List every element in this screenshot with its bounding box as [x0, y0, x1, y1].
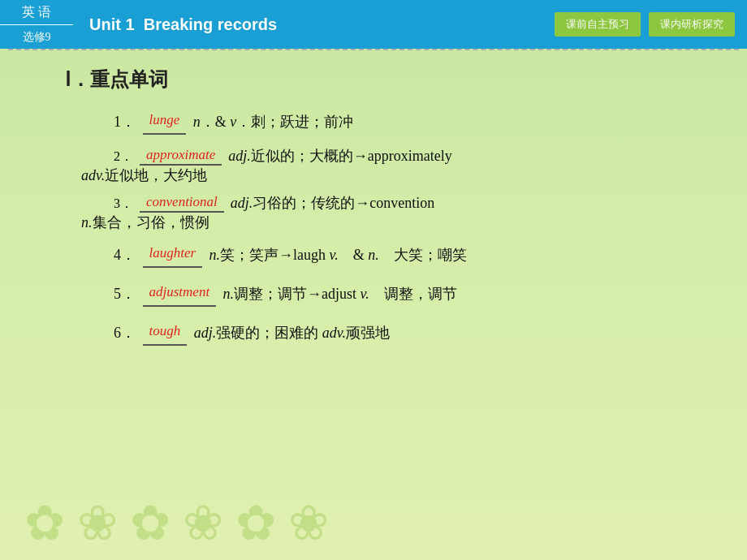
answer-5: adjustment — [143, 281, 217, 307]
blank-3: conventional — [140, 194, 224, 213]
unit-title: Unit 1 Breaking records — [89, 15, 277, 34]
item-number-2: 2． — [114, 149, 133, 163]
word-item-4: 4． laughter n.笑；笑声→laugh v. & n. 大笑；嘲笑 — [65, 240, 698, 268]
answer-1: lunge — [143, 109, 187, 135]
section-title: Ⅰ．重点单词 — [65, 67, 698, 93]
item-number-1: 1． — [114, 114, 136, 130]
unit-number: Unit 1 — [89, 15, 135, 33]
word-item-2-line1: 2． approximate adj.近似的；大概的→approximately — [65, 146, 698, 166]
answer-2: approximate — [140, 147, 222, 166]
item-number-3: 3． — [114, 196, 133, 210]
word-item-3: 3． conventional adj.习俗的；传统的→convention n… — [65, 193, 698, 232]
word-item-1: 1． lunge n．& v．刺；跃进；前冲 — [65, 107, 698, 135]
title-area: Unit 1 Breaking records — [73, 0, 542, 49]
word-item-2: 2． approximate adj.近似的；大概的→approximately… — [65, 146, 698, 185]
item-number-5: 5． — [114, 286, 136, 302]
subject-level-box: 英 语 选修9 — [0, 0, 73, 49]
blank-2: approximate — [140, 147, 222, 166]
definition-5: n.调整；调节→adjust v. 调整，调节 — [223, 286, 457, 302]
word-item-3-line1: 3． conventional adj.习俗的；传统的→convention — [65, 193, 698, 213]
blank-5: adjustment — [143, 279, 217, 307]
word-item-3-line2: n.集合，习俗，惯例 — [65, 213, 698, 232]
blank-6: tough — [143, 318, 188, 346]
answer-6: tough — [143, 320, 188, 346]
word-item-6: 6． tough adj.强硬的；困难的 adv.顽强地 — [65, 318, 698, 346]
btn-study[interactable]: 课内研析探究 — [649, 12, 735, 37]
answer-3: conventional — [140, 194, 224, 213]
btn-preview[interactable]: 课前自主预习 — [555, 12, 641, 37]
subject-label: 英 语 — [0, 0, 73, 24]
word-item-5: 5． adjustment n.调整；调节→adjust v. 调整，调节 — [65, 279, 698, 307]
level-label: 选修9 — [0, 24, 73, 49]
main-content: Ⅰ．重点单词 1． lunge n．& v．刺；跃进；前冲 2． approxi… — [0, 50, 747, 373]
header-buttons: 课前自主预习 课内研析探究 — [542, 0, 747, 49]
blank-1: lunge — [143, 107, 187, 135]
item-number-6: 6． — [114, 325, 136, 341]
unit-name: Breaking records — [144, 15, 278, 33]
definition-3a: adj.习俗的；传统的→convention — [231, 195, 435, 211]
decorative-flowers: ✿ ❀ ✿ ❀ ✿ ❀ — [24, 494, 329, 552]
definition-2a: adj.近似的；大概的→approximately — [228, 148, 451, 164]
blank-4: laughter — [143, 240, 203, 268]
definition-4: n.笑；笑声→laugh v. & n. 大笑；嘲笑 — [209, 247, 467, 263]
definition-1: n．& v．刺；跃进；前冲 — [193, 114, 354, 130]
answer-4: laughter — [143, 242, 203, 268]
word-item-2-line2: adv.近似地，大约地 — [65, 166, 698, 185]
definition-6: adj.强硬的；困难的 adv.顽强地 — [194, 325, 390, 341]
header: 英 语 选修9 Unit 1 Breaking records 课前自主预习 课… — [0, 0, 747, 49]
item-number-4: 4． — [114, 247, 136, 263]
